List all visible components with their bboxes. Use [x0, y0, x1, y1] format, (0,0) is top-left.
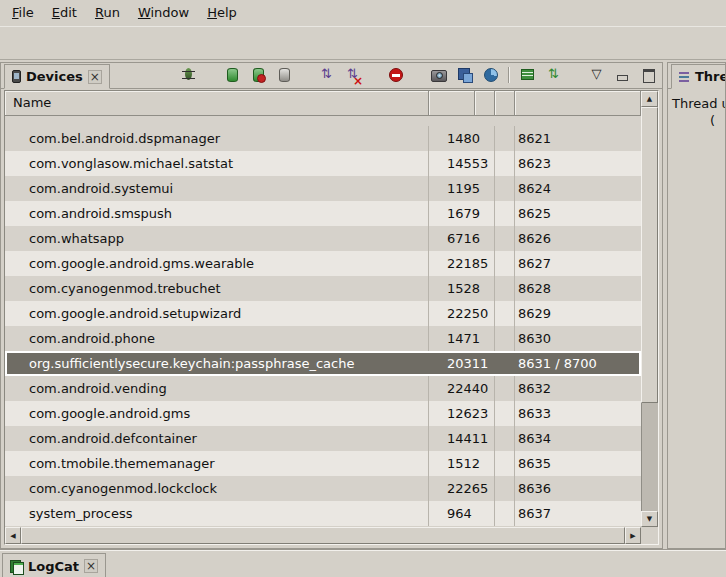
empty-cell — [475, 451, 495, 476]
update-heap-icon[interactable] — [223, 66, 240, 83]
stop-method-profiling-icon[interactable]: ⇅ — [344, 66, 361, 83]
process-pid: 1512 — [429, 451, 475, 476]
column-header-pid[interactable] — [429, 91, 475, 116]
scrolled-row-remainder — [5, 116, 641, 126]
main-toolbar-strip — [0, 26, 726, 60]
process-row[interactable]: org.sufficientlysecure.keychain:passphra… — [5, 351, 641, 376]
process-row[interactable]: com.cyanogenmod.trebuchet 1528 8628 — [5, 276, 641, 301]
empty-cell — [495, 351, 515, 376]
close-icon[interactable]: × — [88, 70, 102, 84]
dump-view-hierarchy-icon[interactable] — [456, 66, 473, 83]
empty-cell — [475, 351, 495, 376]
empty-cell — [495, 426, 515, 451]
scroll-down-button[interactable]: ▼ — [641, 511, 658, 527]
process-name: com.whatsapp — [5, 226, 429, 251]
process-pid: 1195 — [429, 176, 475, 201]
empty-cell — [475, 326, 495, 351]
process-name: com.android.defcontainer — [5, 426, 429, 451]
device-icon — [12, 70, 21, 83]
method-profiling-icon[interactable]: ⇅ — [545, 66, 562, 83]
process-row[interactable]: system_process 964 8637 — [5, 501, 641, 526]
menu-help[interactable]: Help — [199, 2, 245, 24]
empty-cell — [495, 476, 515, 501]
process-name: com.google.android.gms.wearable — [5, 251, 429, 276]
scroll-left-button[interactable]: ◀ — [5, 527, 21, 544]
process-port: 8627 — [515, 251, 641, 276]
horizontal-scrollbar-thumb[interactable] — [21, 527, 625, 544]
process-port: 8634 — [515, 426, 641, 451]
process-row[interactable]: com.android.systemui 1195 8624 — [5, 176, 641, 201]
vertical-scrollbar[interactable]: ▲ ▼ — [641, 91, 658, 527]
empty-cell — [495, 126, 515, 151]
process-row[interactable]: com.google.android.gms.wearable 22185 86… — [5, 251, 641, 276]
process-pid: 22440 — [429, 376, 475, 401]
process-port: 8629 — [515, 301, 641, 326]
process-row[interactable]: com.google.android.setupwizard 22250 862… — [5, 301, 641, 326]
horizontal-scrollbar[interactable]: ◀ ▶ — [5, 527, 641, 544]
close-icon[interactable]: × — [84, 559, 98, 573]
process-name: com.android.phone — [5, 326, 429, 351]
process-name: com.tmobile.thememanager — [5, 451, 429, 476]
column-header-empty2[interactable] — [495, 91, 515, 116]
allocation-tracker-icon[interactable] — [519, 66, 536, 83]
empty-cell — [475, 176, 495, 201]
minimize-icon[interactable] — [614, 66, 631, 83]
cause-gc-icon[interactable] — [275, 66, 292, 83]
process-row[interactable]: com.tmobile.thememanager 1512 8635 — [5, 451, 641, 476]
process-name: com.android.smspush — [5, 201, 429, 226]
debug-process-icon[interactable] — [180, 66, 197, 83]
view-menu-icon[interactable]: ▽ — [588, 66, 605, 83]
process-port: 8633 — [515, 401, 641, 426]
menu-window[interactable]: Window — [130, 2, 197, 24]
empty-cell — [495, 251, 515, 276]
process-port: 8628 — [515, 276, 641, 301]
tab-devices[interactable]: Devices × — [4, 64, 110, 89]
process-row[interactable]: com.google.android.gms 12623 8633 — [5, 401, 641, 426]
scroll-up-button[interactable]: ▲ — [641, 91, 658, 107]
table-header: Name — [5, 91, 641, 116]
tab-threads-label: Threads — [695, 69, 726, 84]
process-port: 8624 — [515, 176, 641, 201]
menubar: FileEditRunWindowHelp — [0, 0, 726, 26]
process-row[interactable]: com.whatsapp 6716 8626 — [5, 226, 641, 251]
process-row[interactable]: com.android.defcontainer 14411 8634 — [5, 426, 641, 451]
threads-tabbar: Threads — [668, 63, 725, 89]
process-port: 8626 — [515, 226, 641, 251]
stop-process-icon[interactable] — [387, 66, 404, 83]
tab-logcat[interactable]: LogCat × — [2, 553, 106, 577]
process-row[interactable]: com.cyanogenmod.lockclock 22265 8636 — [5, 476, 641, 501]
screen-capture-icon[interactable] — [430, 66, 447, 83]
process-row[interactable]: com.android.smspush 1679 8625 — [5, 201, 641, 226]
empty-cell — [495, 151, 515, 176]
column-header-name[interactable]: Name — [5, 91, 429, 116]
process-row[interactable]: com.android.phone 1471 8630 — [5, 326, 641, 351]
devices-table: Name com.bel.android.dspmanager 1480 862… — [4, 90, 659, 545]
scroll-right-button[interactable]: ▶ — [625, 527, 641, 544]
empty-cell — [495, 176, 515, 201]
vertical-scrollbar-thumb[interactable] — [641, 107, 658, 403]
column-header-empty1[interactable] — [475, 91, 495, 116]
empty-cell — [495, 326, 515, 351]
threads-panel: Threads Thread up( — [667, 62, 726, 549]
update-threads-icon[interactable]: ⇅ — [318, 66, 335, 83]
empty-cell — [475, 251, 495, 276]
menu-run[interactable]: Run — [87, 2, 128, 24]
process-row[interactable]: com.android.vending 22440 8632 — [5, 376, 641, 401]
threads-icon — [679, 71, 690, 83]
process-row[interactable]: com.vonglasow.michael.satstat 14553 8623 — [5, 151, 641, 176]
maximize-icon[interactable] — [640, 66, 657, 83]
process-pid: 1471 — [429, 326, 475, 351]
dump-hprof-icon[interactable] — [249, 66, 266, 83]
logcat-icon — [10, 560, 23, 573]
system-info-icon[interactable] — [482, 66, 499, 83]
process-row[interactable]: com.bel.android.dspmanager 1480 8621 — [5, 126, 641, 151]
process-port: 8632 — [515, 376, 641, 401]
menu-edit[interactable]: Edit — [44, 2, 85, 24]
tab-threads[interactable]: Threads — [671, 64, 726, 89]
menu-file[interactable]: File — [4, 2, 42, 24]
column-header-port[interactable] — [515, 91, 641, 116]
process-port: 8625 — [515, 201, 641, 226]
process-name: com.cyanogenmod.lockclock — [5, 476, 429, 501]
process-table-body: com.bel.android.dspmanager 1480 8621 com… — [5, 126, 641, 526]
bottom-bar: LogCat × — [0, 549, 726, 577]
